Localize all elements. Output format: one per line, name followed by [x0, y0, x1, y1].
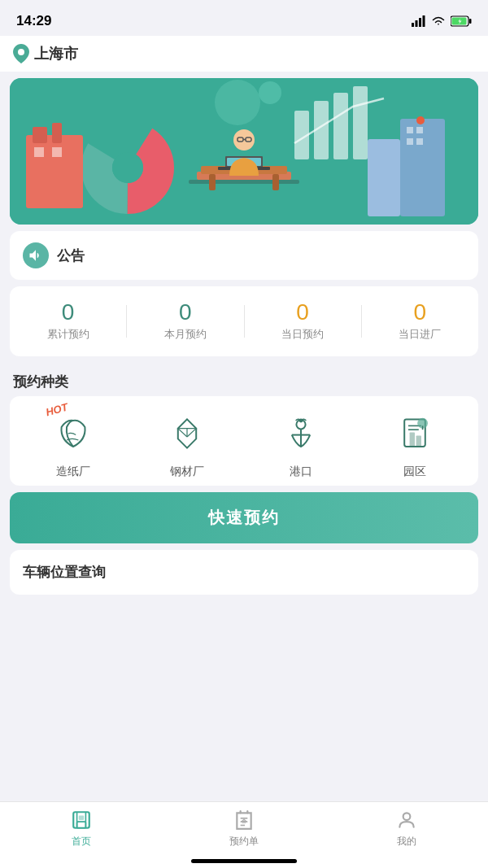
svg-rect-3 — [423, 15, 425, 27]
stat-today-value: 0 — [296, 301, 309, 324]
home-nav-label: 首页 — [72, 835, 91, 848]
svg-point-10 — [259, 81, 281, 104]
stat-entry-label: 当日进厂 — [399, 327, 441, 342]
svg-rect-0 — [412, 23, 414, 27]
svg-rect-33 — [209, 174, 216, 190]
steel-factory-label: 钢材厂 — [170, 465, 204, 479]
svg-rect-2 — [419, 18, 421, 27]
port-icon — [281, 414, 320, 453]
reservation-types-title: 预约种类 — [0, 363, 488, 396]
svg-rect-31 — [189, 180, 299, 184]
svg-rect-27 — [407, 138, 413, 145]
paper-factory-label: 造纸厂 — [56, 465, 90, 479]
nav-item-profile[interactable]: 我的 — [325, 809, 488, 848]
vehicle-section-title: 车辆位置查询 — [23, 565, 106, 580]
signal-icon — [412, 15, 426, 27]
paper-factory-icon-wrap: HOT — [49, 409, 98, 458]
location-text: 上海市 — [34, 44, 78, 63]
svg-point-7 — [18, 49, 24, 55]
stat-cumulative-value: 0 — [62, 301, 75, 324]
stat-monthly-value: 0 — [179, 301, 192, 324]
svg-rect-25 — [407, 127, 413, 133]
banner-card — [10, 78, 478, 225]
park-icon-wrap — [390, 409, 439, 458]
vehicle-section: 车辆位置查询 — [10, 550, 478, 595]
svg-rect-1 — [416, 20, 418, 27]
svg-point-17 — [112, 152, 143, 183]
banner-illustration — [10, 78, 478, 225]
stat-cumulative-label: 累计预约 — [47, 327, 89, 342]
profile-nav-icon — [395, 809, 418, 831]
svg-rect-22 — [52, 147, 62, 157]
park-label: 园区 — [403, 465, 426, 479]
svg-line-44 — [178, 429, 187, 437]
svg-rect-24 — [368, 139, 400, 216]
nav-item-reservations[interactable]: 预约单 — [163, 809, 325, 848]
status-time: 14:29 — [16, 13, 51, 29]
announcement-icon — [23, 242, 49, 268]
svg-rect-26 — [416, 127, 423, 133]
category-item-paper[interactable]: HOT 造纸厂 — [16, 409, 130, 479]
svg-rect-60 — [79, 816, 85, 820]
svg-rect-28 — [416, 138, 423, 145]
stat-cumulative: 0 累计预约 — [10, 301, 126, 342]
svg-line-45 — [187, 429, 196, 437]
stat-today-label: 当日预约 — [281, 327, 324, 342]
nav-item-home[interactable]: 首页 — [0, 809, 163, 848]
home-nav-icon — [70, 809, 93, 831]
stat-monthly: 0 本月预约 — [127, 301, 243, 342]
port-icon-wrap — [277, 409, 325, 458]
category-grid: HOT 造纸厂 — [10, 409, 478, 479]
svg-marker-43 — [178, 419, 196, 428]
stat-entry-value: 0 — [414, 301, 427, 324]
port-label: 港口 — [290, 465, 312, 479]
stat-today: 0 当日预约 — [245, 301, 361, 342]
svg-point-29 — [416, 116, 425, 124]
svg-rect-18 — [26, 135, 83, 208]
location-pin-icon — [13, 44, 29, 63]
category-item-park[interactable]: 园区 — [358, 409, 472, 479]
svg-rect-6 — [469, 19, 472, 24]
category-item-steel[interactable]: 钢材厂 — [130, 409, 244, 479]
svg-rect-20 — [52, 123, 62, 143]
reservations-nav-label: 预约单 — [229, 835, 259, 848]
category-card: HOT 造纸厂 — [10, 396, 478, 486]
status-icons — [412, 15, 472, 27]
quick-reserve-button[interactable]: 快速预约 — [10, 492, 478, 543]
stat-entry: 0 当日进厂 — [362, 301, 478, 342]
steel-factory-icon — [168, 414, 207, 453]
announcement-text: 公告 — [57, 246, 85, 265]
svg-rect-52 — [410, 432, 415, 447]
wifi-icon — [431, 15, 446, 27]
category-item-port[interactable]: 港口 — [244, 409, 358, 479]
reservations-nav-icon — [233, 809, 255, 831]
svg-rect-59 — [77, 822, 86, 828]
battery-icon — [451, 15, 472, 27]
announcement-card: 公告 — [10, 231, 478, 280]
paper-factory-icon — [54, 414, 93, 453]
status-bar: 14:29 — [0, 0, 488, 36]
profile-nav-label: 我的 — [397, 835, 416, 848]
svg-rect-21 — [34, 147, 44, 157]
svg-rect-53 — [416, 435, 421, 447]
svg-rect-34 — [272, 174, 279, 190]
steel-factory-icon-wrap — [163, 409, 211, 458]
svg-rect-14 — [353, 86, 368, 159]
svg-point-68 — [403, 813, 411, 820]
home-indicator — [191, 859, 297, 863]
location-bar: 上海市 — [0, 36, 488, 72]
stat-monthly-label: 本月预约 — [164, 327, 207, 342]
svg-rect-13 — [333, 93, 348, 159]
svg-rect-19 — [33, 127, 47, 143]
svg-point-9 — [215, 80, 260, 125]
quick-reserve-label: 快速预约 — [208, 508, 280, 526]
stats-card: 0 累计预约 0 本月预约 0 当日预约 0 当日进厂 — [10, 286, 478, 356]
park-icon — [395, 414, 434, 453]
